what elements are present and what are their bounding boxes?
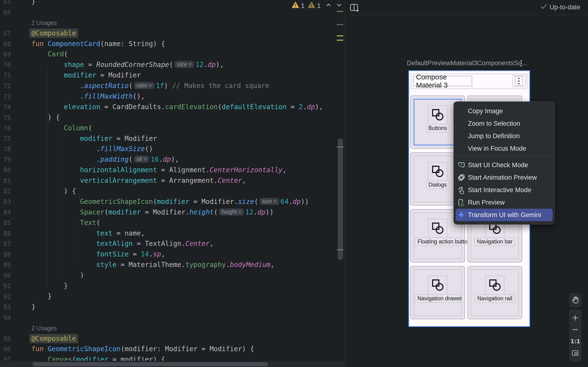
line-number[interactable]: 95 [3, 335, 11, 342]
line-number[interactable]: 89 [3, 261, 11, 269]
line-number[interactable]: 68 [3, 41, 11, 48]
line-number[interactable]: 93 [3, 304, 11, 311]
line-number[interactable]: 77 [3, 135, 11, 142]
appbar-kebab-icon[interactable] [515, 76, 523, 86]
code-line[interactable]: 79 .padding(all =16.dp), [0, 154, 344, 165]
line-number[interactable]: 86 [3, 230, 11, 237]
menu-separator [456, 157, 553, 157]
code-line[interactable]: 96fun GeometricShapeIcon(modifier: Modif… [0, 344, 344, 355]
appbar-kebab-frame[interactable] [512, 75, 526, 87]
line-number[interactable]: 81 [3, 177, 11, 184]
menu-item-start-ui-check-mode[interactable]: Start UI Check Mode [456, 159, 553, 171]
line-number[interactable]: 69 [3, 51, 11, 58]
code-line[interactable]: 2 Usages [0, 18, 344, 28]
line-number[interactable]: 67 [3, 30, 11, 37]
next-problem-chevron-down-icon[interactable] [336, 2, 342, 10]
horizontal-scrollbar-thumb[interactable] [32, 362, 268, 366]
line-number[interactable]: 71 [3, 72, 11, 79]
line-number[interactable]: 85 [3, 219, 11, 227]
preview-name-label[interactable]: DefaultPreviewMaterial3ComponentsSc... [407, 59, 517, 67]
code-line[interactable]: 88 fontSize = 14.sp, [0, 249, 344, 260]
code-line[interactable]: 78 .fillMaxSize() [0, 144, 344, 154]
line-number[interactable]: 87 [3, 240, 11, 248]
component-card-navigation-rail[interactable]: Navigation rail [467, 266, 522, 319]
code-line[interactable]: 72 .aspectRatio(ratio =1f) // Makes the … [0, 81, 344, 92]
menu-item-start-interactive-mode[interactable]: Start Interactive Mode [456, 184, 553, 196]
code-text: elevation = CardDefaults.cardElevation(d… [32, 103, 323, 111]
usages-hint[interactable]: 2 Usages [32, 324, 57, 332]
code-line[interactable]: 73 .fillMaxWidth(), [0, 92, 344, 102]
code-line[interactable]: 69 Card( [0, 49, 344, 60]
warning-icon[interactable] [292, 2, 299, 10]
line-number[interactable]: 72 [3, 83, 11, 90]
inspections-widget[interactable]: 1 1 [292, 1, 342, 10]
line-number[interactable]: 75 [3, 114, 11, 121]
line-number[interactable]: 65 [3, 0, 11, 6]
code-line[interactable]: 87 textAlign = TextAlign.Center, [0, 239, 344, 249]
fit-to-screen-button[interactable] [571, 349, 579, 357]
menu-item-zoom-to-selection[interactable]: Zoom to Selection [456, 117, 553, 130]
line-number[interactable]: 88 [3, 251, 11, 258]
code-line[interactable]: 95@Composable [0, 334, 344, 344]
code-line[interactable]: 68fun ComponentCard(name: String) { [0, 39, 344, 50]
line-number[interactable]: 82 [3, 188, 11, 195]
code-text: fontSize = 14.sp, [32, 250, 165, 258]
menu-item-start-animation-preview[interactable]: Start Animation Preview [456, 171, 553, 184]
code-line[interactable]: 67@Composable [0, 28, 344, 39]
zoom-in-button[interactable] [571, 314, 579, 322]
code-text: @Composable [32, 29, 78, 37]
code-line[interactable]: 76 Column( [0, 123, 344, 133]
previous-problem-chevron-up-icon[interactable] [326, 2, 332, 10]
weak-warning-icon[interactable] [308, 2, 315, 10]
code-line[interactable]: 84 Spacer(modifier = Modifier.height(hei… [0, 207, 344, 218]
code-line[interactable]: 94 [0, 313, 344, 323]
line-number[interactable]: 66 [3, 9, 11, 16]
line-number[interactable]: 90 [3, 272, 11, 279]
line-number[interactable]: 76 [3, 125, 11, 132]
code-line[interactable]: 85 Text( [0, 218, 344, 228]
code-line[interactable]: 2 Usages [0, 323, 344, 334]
code-line[interactable]: 77 modifier = Modifier [0, 133, 344, 144]
code-line[interactable]: 81 verticalArrangement = Arrangement.Cen… [0, 175, 344, 186]
line-number[interactable]: 74 [3, 104, 11, 111]
code-line[interactable]: 74 elevation = CardDefaults.cardElevatio… [0, 102, 344, 112]
line-number[interactable]: 92 [3, 293, 11, 300]
menu-item-view-in-focus-mode[interactable]: View in Focus Mode [456, 142, 553, 155]
code-line[interactable]: 92 } [0, 292, 344, 302]
code-line[interactable]: 93} [0, 302, 344, 313]
menu-item-copy-image[interactable]: Copy Image [456, 105, 553, 117]
code-editor[interactable]: 65}662 Usages67@Composable68fun Componen… [0, 0, 344, 367]
menu-item-jump-to-definition[interactable]: Jump to Definition [456, 130, 553, 142]
line-number[interactable]: 96 [3, 346, 11, 353]
line-number[interactable]: 91 [3, 283, 11, 290]
line-number[interactable]: 79 [3, 156, 11, 163]
code-line[interactable]: 86 text = name, [0, 228, 344, 239]
usages-hint[interactable]: 2 Usages [32, 19, 57, 27]
preview-kebab-icon[interactable] [518, 59, 524, 68]
code-line[interactable]: 89 style = MaterialTheme.typography.body… [0, 260, 344, 270]
code-line[interactable]: 90 ) [0, 270, 344, 281]
code-line[interactable]: 82 ) { [0, 186, 344, 197]
zoom-out-button[interactable] [571, 325, 579, 334]
code-line[interactable]: 80 horizontalAlignment = Alignment.Cente… [0, 165, 344, 175]
menu-item-run-preview[interactable]: Run Preview [456, 196, 553, 209]
line-number[interactable]: 94 [3, 314, 11, 321]
appbar-title-box[interactable]: Compose Material 3 [413, 76, 472, 86]
vertical-scrollbar-thumb[interactable] [338, 138, 343, 260]
line-number[interactable]: 83 [3, 198, 11, 206]
pan-tool-button[interactable] [570, 293, 581, 307]
code-line[interactable]: 83 GeometricShapeIcon(modifier = Modifie… [0, 197, 344, 207]
line-number[interactable]: 78 [3, 146, 11, 153]
line-number[interactable]: 84 [3, 209, 11, 216]
actual-size-button[interactable]: 1:1 [571, 337, 579, 345]
component-card-navigation-drawer[interactable]: Navigation drawer [410, 266, 465, 319]
code-line[interactable]: 75 ) { [0, 112, 344, 123]
code-line[interactable]: 70 shape = RoundedCornerShape(size =12.d… [0, 60, 344, 70]
code-line[interactable]: 71 modifier = Modifier [0, 70, 344, 81]
menu-item-transform-ui-with-gemini[interactable]: Transform UI with Gemini [456, 209, 553, 221]
split-editor-icon[interactable] [349, 2, 359, 13]
line-number[interactable]: 73 [3, 93, 11, 100]
line-number[interactable]: 80 [3, 167, 11, 174]
line-number[interactable]: 70 [3, 61, 11, 69]
code-line[interactable]: 91 } [0, 281, 344, 292]
